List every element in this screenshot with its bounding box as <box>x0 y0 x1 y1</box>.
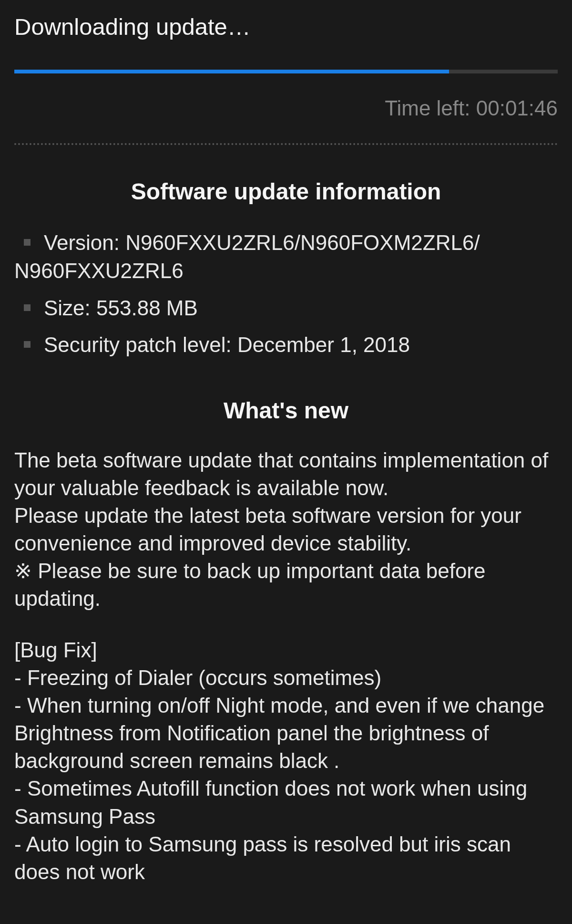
bullet-icon <box>24 304 31 311</box>
page-title: Downloading update… <box>14 13 558 40</box>
whats-new-heading: What's new <box>14 397 558 424</box>
bugfix-item-2: - When turning on/off Night mode, and ev… <box>14 692 558 775</box>
backup-warning: ※ Please be sure to back up important da… <box>14 557 558 613</box>
patch-text: Security patch level: December 1, 2018 <box>44 331 558 359</box>
intro-paragraph-2: Please update the latest beta software v… <box>14 502 558 557</box>
time-left-label: Time left: 00:01:46 <box>14 96 558 120</box>
update-info-list: Version: N960FXXU2ZRL6/N960FOXM2ZRL6/ N9… <box>14 228 558 359</box>
software-update-info-heading: Software update information <box>14 178 558 205</box>
size-text: Size: 553.88 MB <box>44 294 558 322</box>
version-text: Version: N960FXXU2ZRL6/N960FOXM2ZRL6/ N9… <box>44 228 558 285</box>
intro-paragraph-1: The beta software update that contains i… <box>14 446 558 502</box>
download-progress-fill <box>14 70 449 73</box>
version-line2: N960FXXU2ZRL6 <box>14 257 184 285</box>
bugfix-heading: [Bug Fix] <box>14 636 558 664</box>
bugfix-item-1: - Freezing of Dialer (occurs sometimes) <box>14 664 558 692</box>
version-item: Version: N960FXXU2ZRL6/N960FOXM2ZRL6/ N9… <box>14 228 558 285</box>
bullet-icon <box>24 341 31 348</box>
divider <box>14 143 558 145</box>
bugfix-item-4: - Auto login to Samsung pass is resolved… <box>14 831 558 886</box>
size-item: Size: 553.88 MB <box>14 294 558 322</box>
whats-new-body: The beta software update that contains i… <box>14 446 558 886</box>
download-progress-bar <box>14 70 558 73</box>
patch-item: Security patch level: December 1, 2018 <box>14 331 558 359</box>
version-line1: Version: N960FXXU2ZRL6/N960FOXM2ZRL6/ <box>44 231 480 254</box>
bugfix-item-3: - Sometimes Autofill function does not w… <box>14 775 558 830</box>
bullet-icon <box>24 239 31 246</box>
